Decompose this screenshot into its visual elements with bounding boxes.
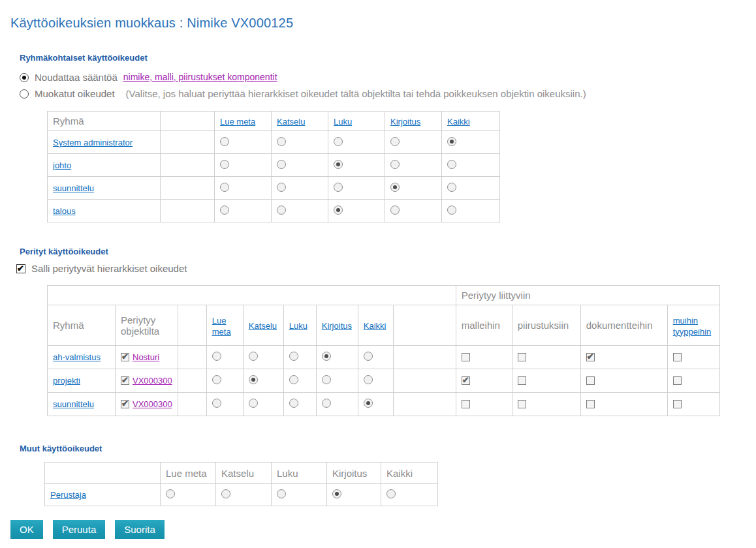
permission-radio[interactable] — [447, 160, 456, 169]
column-header-all-link[interactable]: Kaikki — [447, 117, 470, 127]
column-header-empty — [161, 112, 215, 131]
permission-radio[interactable] — [277, 183, 286, 192]
group-link[interactable]: suunnittelu — [53, 399, 94, 409]
permission-radio[interactable] — [390, 160, 400, 169]
group-link[interactable]: Perustaja — [50, 490, 86, 500]
inherits-from-link[interactable]: Nosturi — [133, 352, 159, 362]
group-link[interactable]: projekti — [53, 376, 80, 386]
rule-link[interactable]: nimike, malli, piirustukset komponentit — [123, 70, 277, 84]
permission-radio[interactable] — [220, 137, 229, 146]
permission-radio[interactable] — [289, 375, 298, 384]
empty-span-cell — [48, 286, 456, 305]
permission-radio[interactable] — [166, 489, 175, 498]
permission-radio[interactable] — [277, 137, 286, 146]
permission-radio[interactable] — [447, 137, 456, 146]
related-checkbox-drawings[interactable] — [518, 400, 526, 408]
permission-radio[interactable] — [332, 489, 341, 498]
inherits-checkbox[interactable] — [121, 376, 129, 385]
group-link[interactable]: System administrator — [53, 138, 133, 147]
inherited-permissions-table: Periytyy liittyviin Ryhmä Periytyy objek… — [47, 285, 720, 416]
section-group-permissions: Ryhmäkohtaiset käyttöoikeudet Noudattaa … — [10, 53, 756, 222]
group-link[interactable]: johto — [53, 160, 71, 170]
permission-radio[interactable] — [212, 352, 221, 361]
permission-radio[interactable] — [447, 206, 456, 215]
related-checkbox-documents[interactable] — [586, 400, 595, 408]
column-header-read-link[interactable]: Luku — [334, 117, 352, 127]
inherits-checkbox[interactable] — [121, 400, 129, 408]
permission-radio[interactable] — [277, 206, 286, 215]
permission-radio[interactable] — [322, 375, 331, 384]
related-checkbox-models[interactable] — [462, 353, 470, 361]
permission-radio[interactable] — [220, 160, 229, 169]
column-header-write-link[interactable]: Kirjoitus — [322, 321, 352, 331]
permission-radio[interactable] — [212, 375, 221, 384]
permission-radio[interactable] — [322, 352, 331, 361]
related-checkbox-drawings[interactable] — [518, 353, 526, 361]
column-header-view-link[interactable]: Katselu — [277, 117, 305, 127]
column-header-write: Kirjoitus — [327, 463, 381, 484]
column-header-view-link[interactable]: Katselu — [249, 321, 277, 331]
permission-radio[interactable] — [277, 489, 286, 498]
follow-rule-radio[interactable] — [20, 73, 29, 82]
permission-radio[interactable] — [390, 183, 400, 192]
allow-inherited-checkbox[interactable] — [16, 264, 25, 273]
related-checkbox-models[interactable] — [462, 400, 470, 408]
related-checkbox-models[interactable] — [462, 376, 470, 385]
permission-radio[interactable] — [334, 160, 343, 169]
permission-radio[interactable] — [277, 160, 286, 169]
allow-inherited-row[interactable]: Salli periytyvät hierarkkiset oikeudet — [16, 263, 756, 274]
permission-radio[interactable] — [220, 206, 229, 215]
permission-radio[interactable] — [364, 375, 373, 384]
column-header-documents: dokumentteihin — [580, 305, 667, 346]
option-follow-rule[interactable]: Noudattaa sääntöä nimike, malli, piirust… — [20, 70, 756, 84]
column-header-read-link[interactable]: Luku — [289, 321, 307, 331]
permission-radio[interactable] — [334, 183, 343, 192]
permission-radio[interactable] — [220, 183, 229, 192]
section-heading-inherited: Perityt käyttöoikeudet — [20, 247, 756, 256]
permission-radio[interactable] — [212, 399, 221, 408]
permission-radio[interactable] — [249, 352, 258, 361]
execute-button[interactable]: Suorita — [115, 520, 165, 539]
inherits-from-link[interactable]: VX000300 — [133, 399, 172, 409]
column-header-all-link[interactable]: Kaikki — [364, 321, 386, 331]
related-checkbox-documents[interactable] — [586, 376, 595, 385]
table-header-row: Ryhmä Periytyy objektilta Lue meta Katse… — [48, 305, 720, 346]
group-link[interactable]: suunnittelu — [53, 183, 94, 193]
related-checkbox-drawings[interactable] — [518, 376, 526, 385]
option-custom-rights[interactable]: Muokatut oikeudet (Valitse, jos haluat p… — [20, 87, 756, 100]
column-header-read-meta-link[interactable]: Lue meta — [220, 117, 255, 127]
ok-button[interactable]: OK — [10, 520, 43, 539]
permission-radio[interactable] — [249, 375, 258, 384]
permission-radio[interactable] — [334, 206, 343, 215]
permission-radio[interactable] — [221, 489, 230, 498]
permission-radio[interactable] — [447, 183, 456, 192]
cancel-button[interactable]: Peruuta — [53, 520, 106, 539]
related-checkbox-other-types[interactable] — [673, 376, 682, 385]
related-checkbox-other-types[interactable] — [673, 400, 682, 408]
permission-radio[interactable] — [364, 352, 373, 361]
permission-radio[interactable] — [289, 352, 298, 361]
group-link[interactable]: ah-valmistus — [53, 352, 101, 362]
custom-rights-radio[interactable] — [20, 89, 29, 99]
permission-radio[interactable] — [289, 399, 298, 408]
table-row: projekti VX000300 — [48, 369, 720, 393]
permission-radio[interactable] — [364, 399, 373, 408]
permission-radio[interactable] — [249, 399, 258, 408]
permission-radio[interactable] — [386, 489, 396, 498]
inherits-from-link[interactable]: VX000300 — [133, 376, 172, 386]
related-checkbox-documents[interactable] — [586, 353, 595, 361]
permission-radio[interactable] — [390, 137, 400, 146]
column-header-drawings: piirustuksiin — [512, 305, 580, 346]
page-title: Käyttöoikeuksien muokkaus : Nimike VX000… — [10, 16, 756, 31]
permission-radio[interactable] — [322, 399, 331, 408]
column-header-read-meta-link[interactable]: Lue meta — [212, 316, 231, 337]
related-checkbox-other-types[interactable] — [673, 353, 682, 361]
column-header-write-link[interactable]: Kirjoitus — [390, 117, 420, 127]
table-header-row: Ryhmä Lue meta Katselu Luku Kirjoitus Ka… — [48, 112, 500, 131]
inherits-checkbox[interactable] — [121, 353, 129, 361]
table-row: suunnittelu — [48, 177, 500, 200]
column-header-other-types-link[interactable]: muihin tyyppeihin — [673, 316, 712, 337]
permission-radio[interactable] — [390, 206, 400, 215]
permission-radio[interactable] — [334, 137, 343, 146]
group-link[interactable]: talous — [53, 206, 76, 216]
